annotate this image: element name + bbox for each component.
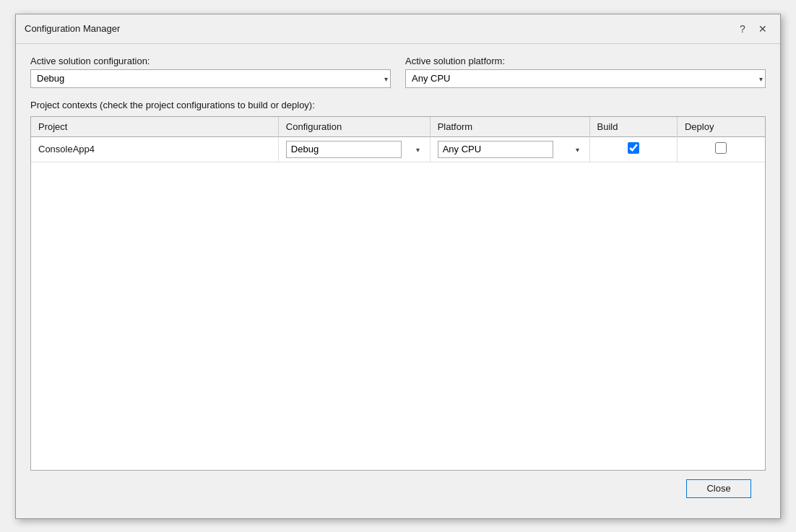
project-contexts-table-container: Project Configuration Platform Build Dep…	[30, 116, 766, 471]
title-bar: Configuration Manager ? ✕	[16, 14, 780, 44]
table-header: Project Configuration Platform Build Dep…	[31, 117, 765, 137]
config-select-wrapper: Debug Release ▾	[286, 141, 423, 158]
active-platform-group: Active solution platform: Any CPU x86 x6…	[405, 56, 766, 88]
top-section: Active solution configuration: Debug Rel…	[30, 56, 766, 88]
title-bar-left: Configuration Manager	[25, 23, 120, 34]
col-header-platform: Platform	[430, 117, 589, 137]
dialog-title: Configuration Manager	[25, 23, 120, 34]
table-body: ConsoleApp4 Debug Release ▾	[31, 136, 765, 162]
window-close-button[interactable]: ✕	[754, 20, 771, 38]
col-header-deploy: Deploy	[677, 117, 765, 137]
table-content-area: Project Configuration Platform Build Dep…	[30, 116, 766, 471]
row-config-arrow: ▾	[416, 145, 420, 153]
col-header-build: Build	[589, 117, 677, 137]
cell-configuration: Debug Release ▾	[278, 136, 430, 162]
title-bar-buttons: ? ✕	[734, 20, 771, 38]
active-platform-select[interactable]: Any CPU x86 x64	[405, 69, 766, 88]
active-config-select[interactable]: Debug Release	[30, 69, 391, 88]
cell-platform: Any CPU x86 x64 ▾	[430, 136, 589, 162]
table-row: ConsoleApp4 Debug Release ▾	[31, 136, 765, 162]
row-config-select[interactable]: Debug Release	[286, 141, 402, 158]
col-header-project: Project	[31, 117, 278, 137]
row-platform-arrow: ▾	[576, 145, 579, 153]
close-button[interactable]: Close	[686, 479, 751, 498]
active-platform-dropdown-wrapper: Any CPU x86 x64 ▾	[405, 69, 766, 88]
build-checkbox[interactable]	[628, 142, 639, 154]
cell-build	[589, 136, 677, 162]
help-button[interactable]: ?	[734, 20, 751, 38]
footer: Close	[30, 471, 766, 507]
project-contexts-table: Project Configuration Platform Build Dep…	[31, 117, 765, 162]
col-header-configuration: Configuration	[278, 117, 430, 137]
platform-select-wrapper: Any CPU x86 x64 ▾	[438, 141, 582, 158]
cell-deploy	[677, 136, 765, 162]
active-config-group: Active solution configuration: Debug Rel…	[30, 56, 391, 88]
active-config-label: Active solution configuration:	[30, 56, 391, 66]
deploy-checkbox[interactable]	[715, 142, 727, 154]
cell-project: ConsoleApp4	[31, 136, 278, 162]
dialog-body: Active solution configuration: Debug Rel…	[16, 44, 780, 518]
configuration-manager-dialog: Configuration Manager ? ✕ Active solutio…	[15, 14, 781, 519]
active-config-dropdown-wrapper: Debug Release ▾	[30, 69, 391, 88]
project-contexts-label: Project contexts (check the project conf…	[30, 100, 766, 110]
active-platform-label: Active solution platform:	[405, 56, 766, 66]
row-platform-select[interactable]: Any CPU x86 x64	[438, 141, 553, 158]
